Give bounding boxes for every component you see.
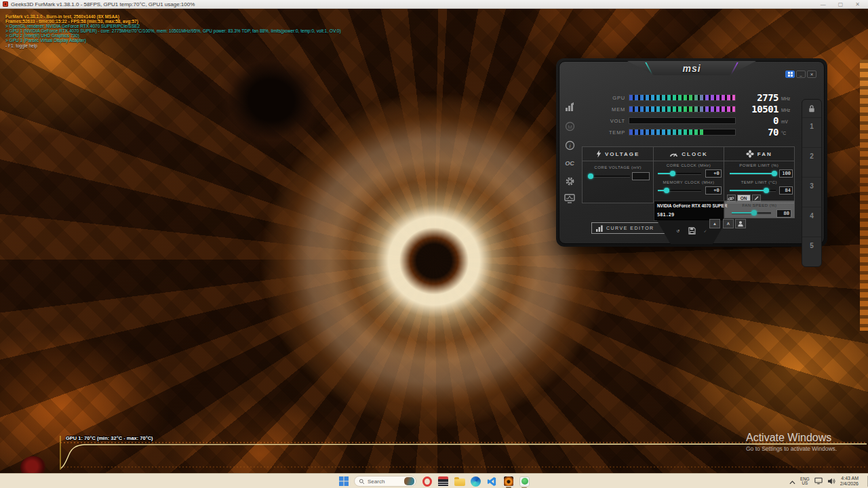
curve-editor-label: CURVE EDITOR	[606, 226, 654, 230]
gauge-icon	[669, 151, 678, 157]
power-limit-value[interactable]: 100	[779, 169, 793, 178]
afterburner-left-toolbar: M i OC	[560, 99, 579, 241]
core-clock-slider[interactable]	[658, 173, 701, 175]
oc-scanner-icon[interactable]: OC	[563, 157, 576, 170]
tray-date: 2/4/2026	[840, 481, 859, 487]
profile-button-1[interactable]: 1	[802, 117, 821, 135]
hardware-monitor-icon[interactable]	[563, 192, 576, 205]
gpu-clock-label: GPU	[604, 95, 625, 101]
memory-clock-value[interactable]: +0	[705, 186, 722, 195]
user-profile-icon[interactable]	[735, 219, 746, 228]
profile-button-4[interactable]: 4	[802, 207, 821, 224]
taskbar-icon-furmark[interactable]	[502, 476, 514, 487]
gpu-clock-unit: MHz	[781, 96, 790, 101]
osd-line-gpu2: > GPU 2 (Intel(R) UHD Graphics 730)	[5, 33, 341, 38]
memory-clock-slider-thumb[interactable]	[664, 188, 669, 193]
taskbar-icon-striped-app[interactable]	[437, 476, 449, 487]
furmark-titlebar: Geeks3D FurMark v1.38.1.0 - 58FPS, GPU1 …	[0, 0, 868, 9]
temp-limit-slider[interactable]	[730, 190, 776, 192]
info-icon[interactable]: i	[563, 138, 576, 152]
furmark-osd: FurMark v1.38.1.0 - Burn-in test, 2560x1…	[5, 14, 341, 48]
voltage-title: VOLTAGE	[605, 151, 639, 157]
osd-line-title: FurMark v1.38.1.0 - Burn-in test, 2560x1…	[5, 14, 341, 19]
power-limit-slider-thumb[interactable]	[772, 171, 777, 176]
core-voltage-value[interactable]	[632, 172, 650, 180]
window-title: Geeks3D FurMark v1.38.1.0 - 58FPS, GPU1 …	[11, 1, 195, 7]
core-voltage-slider-thumb[interactable]	[588, 174, 593, 179]
clock-title: CLOCK	[682, 151, 707, 157]
fan-speed-value[interactable]: 80	[776, 209, 791, 218]
mem-clock-bar	[629, 106, 736, 113]
tray-language[interactable]: ENG US	[800, 477, 810, 486]
msi-window-icon[interactable]	[785, 70, 795, 78]
memory-clock-slider[interactable]	[658, 190, 701, 192]
osd-line-gpu3: > GPU 3 (Parsec Virtual Display Adapter)	[5, 38, 341, 43]
fan-speed-panel: FAN SPEED (%) 80	[724, 201, 795, 218]
temp-value: 70	[739, 127, 778, 138]
temp-limit-value[interactable]: 84	[779, 186, 793, 195]
gpu-clock-bar	[629, 94, 736, 101]
clock-section: CLOCK CORE CLOCK (MHz) +0 MEMORY CLOCK (…	[654, 147, 724, 203]
start-button[interactable]	[338, 476, 349, 487]
fan-speed-slider[interactable]	[732, 212, 771, 214]
tray-chevron-up-icon[interactable]	[789, 475, 795, 487]
taskbar-icon-file-explorer[interactable]	[454, 476, 465, 487]
taskbar-icon-edge[interactable]	[470, 476, 481, 487]
settings-gear-icon[interactable]	[563, 174, 576, 188]
temp-limit-slider-thumb[interactable]	[764, 188, 769, 193]
tray-display-icon[interactable]	[814, 475, 823, 487]
gpu-clock-value: 2775	[739, 92, 778, 103]
curve-chart-icon	[596, 225, 603, 232]
core-voltage-label: CORE VOLTAGE (mV)	[583, 165, 653, 169]
core-clock-slider-thumb[interactable]	[670, 171, 675, 176]
minimize-icon[interactable]: —	[821, 0, 826, 9]
driver-version: 581.29	[657, 212, 674, 218]
tray-clock[interactable]: 4:43 AM 2/4/2026	[840, 476, 859, 487]
fan-speed-label: FAN SPEED (%)	[725, 203, 794, 207]
save-icon[interactable]	[686, 225, 697, 236]
screen: Geeks3D FurMark v1.38.1.0 - 58FPS, GPU1 …	[0, 0, 868, 488]
search-input[interactable]: Search	[354, 476, 416, 487]
core-clock-value[interactable]: +0	[705, 169, 722, 178]
afterburner-close-button[interactable]: ✕	[807, 70, 816, 78]
kombustor-icon[interactable]	[563, 100, 576, 114]
msi-logo: msi	[682, 63, 701, 74]
profile-button-5[interactable]: 5	[802, 237, 821, 254]
readout-row-gpu: GPU 2775 MHz	[604, 92, 800, 104]
memory-clock-label: MEMORY CLOCK (MHz)	[654, 180, 723, 184]
power-limit-slider[interactable]	[730, 173, 776, 175]
voltage-section: VOLTAGE CORE VOLTAGE (mV)	[583, 147, 654, 203]
expand-arrow-button[interactable]: ▲	[709, 219, 720, 228]
fan-speed-slider-thumb[interactable]	[751, 210, 757, 216]
readout-row-volt: VOLT 0 mV	[604, 115, 800, 127]
taskbar-icon-opera[interactable]	[421, 476, 433, 487]
profile-button-3[interactable]: 3	[802, 177, 821, 195]
watermark-subtitle: Go to Settings to activate Windows.	[746, 445, 837, 452]
svg-text:M: M	[568, 123, 572, 129]
taskbar-icon-vscode[interactable]	[486, 476, 498, 487]
search-placeholder: Search	[368, 479, 401, 485]
lock-icon[interactable]	[802, 100, 821, 117]
mem-clock-value: 10501	[739, 104, 778, 115]
tray-speaker-icon[interactable]	[827, 475, 835, 487]
auto-fan-button[interactable]: A	[723, 219, 734, 228]
volt-unit: mV	[781, 119, 788, 124]
afterburner-minimize-button[interactable]: _	[796, 70, 806, 78]
power-limit-label: POWER LIMIT (%)	[724, 163, 794, 167]
volt-bar	[629, 117, 736, 124]
msi-m-icon[interactable]: M	[563, 119, 576, 133]
reset-icon[interactable]: ↺	[673, 225, 684, 236]
close-icon[interactable]: ✕	[855, 0, 860, 9]
search-highlights-thumbnail[interactable]	[404, 477, 414, 485]
volt-label: VOLT	[604, 118, 625, 124]
osd-line-frames: Frames:52633 - time:00:15:22 - FPS:58 (m…	[5, 19, 341, 24]
activate-windows-watermark: Activate Windows Go to Settings to activ…	[746, 432, 837, 452]
mem-clock-label: MEM	[604, 106, 625, 113]
temp-label: TEMP	[604, 129, 625, 136]
mem-clock-unit: MHz	[781, 108, 790, 113]
profile-button-2[interactable]: 2	[802, 147, 821, 165]
gpu-info-box: NVIDIA GeForce RTX 4070 SUPER 581.29	[654, 201, 724, 221]
taskbar-icon-green-app[interactable]	[519, 476, 530, 487]
maximize-icon[interactable]: ▢	[838, 0, 844, 9]
core-voltage-slider[interactable]	[588, 176, 630, 178]
